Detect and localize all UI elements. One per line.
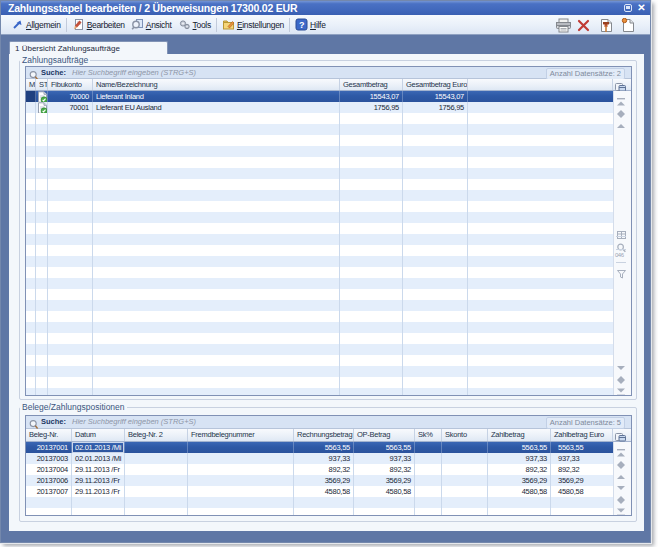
next-row-icon[interactable] [616, 359, 627, 369]
table-row[interactable]: 2013700629.11.2013 /Fr3569,293569,293569… [26, 475, 613, 486]
column-line [47, 113, 48, 395]
column-header[interactable]: Skonto [442, 429, 488, 441]
column-header[interactable]: Fibukonto [48, 79, 93, 90]
column-header[interactable]: Sk% [415, 429, 442, 441]
table-cell [415, 475, 442, 486]
first-row-icon[interactable] [616, 93, 627, 103]
new-document-icon[interactable] [621, 18, 637, 33]
content-panel: Zahlungsaufträge Suche:Hier Suchbegriff … [9, 54, 644, 531]
edit-page-icon [72, 18, 85, 31]
page-up-icon[interactable] [616, 105, 627, 115]
last-row-icon[interactable] [616, 503, 627, 513]
table-cell: 937,33 [488, 453, 551, 464]
record-counter-icon[interactable]: 046 [615, 252, 624, 258]
strip-divider [616, 236, 626, 237]
table-cell: 4580,58 [551, 486, 613, 497]
table-cell: 937,33 [551, 453, 613, 464]
search-bar: Suche:Hier Suchbegriff eingeben (STRG+S)… [26, 67, 631, 79]
print-icon[interactable] [555, 18, 571, 33]
table-cell: Lieferant EU Ausland [93, 102, 340, 113]
strip-divider [616, 262, 626, 263]
workspace: 1 Übersicht Zahlungsaufträge Zahlungsauf… [2, 35, 651, 543]
table-cell: 29.11.2013 /Fr [72, 475, 125, 486]
column-header[interactable]: Name/Bezeichnung [93, 79, 340, 90]
page-up-icon[interactable] [616, 456, 627, 466]
column-header[interactable]: M [26, 79, 36, 90]
next-row-icon[interactable] [616, 479, 627, 489]
grid-belege-zahlungspositionen: Suche:Hier Suchbegriff eingeben (STRG+S)… [25, 415, 632, 516]
prev-row-icon[interactable] [616, 117, 627, 127]
table-cell: 1756,95 [403, 102, 468, 113]
table-row[interactable]: 2013700102.01.2013 /Mi5563,555563,555563… [26, 442, 613, 453]
column-header-row: Beleg-Nr.DatumBeleg-Nr. 2Fremdbelegnumme… [26, 429, 631, 442]
view-magnifier-icon [131, 18, 144, 31]
page-down-icon[interactable] [616, 371, 627, 381]
restore-icon[interactable] [623, 3, 634, 14]
table-cell [415, 464, 442, 475]
grid-nav-strip: 046 [613, 91, 631, 395]
grid-view-icon[interactable] [616, 226, 627, 236]
column-header[interactable]: ST [36, 79, 48, 90]
titlebar: Zahlungsstapel bearbeiten / 2 Überweisun… [1, 1, 650, 15]
delete-icon[interactable] [577, 18, 593, 33]
column-header[interactable]: Beleg-Nr. [26, 429, 72, 441]
column-chooser-icon[interactable] [614, 79, 628, 91]
search-input[interactable]: Hier Suchbegriff eingeben (STRG+S) [72, 416, 196, 428]
menu-item-allgemein[interactable]: Allgemein [8, 16, 64, 33]
table-row[interactable]: 70001Lieferant EU Ausland1756,951756,95 [26, 102, 613, 113]
last-row-icon[interactable] [616, 383, 627, 393]
table-cell: 29.11.2013 /Fr [72, 486, 125, 497]
menu-item-ansicht[interactable]: Ansicht [128, 16, 175, 33]
magnifier-icon [28, 416, 39, 427]
first-row-icon[interactable] [616, 444, 627, 454]
table-cell [125, 464, 188, 475]
menu-item-tools[interactable]: Tools [175, 16, 214, 33]
settings-folder-icon [222, 18, 235, 31]
column-line [353, 497, 354, 515]
table-cell: 5563,55 [551, 442, 613, 453]
menu-item-hilfe[interactable]: ? Hilfe [292, 16, 329, 33]
grid-nav-strip [613, 442, 631, 515]
table-cell: 1756,95 [340, 102, 403, 113]
table-cell: 4580,58 [488, 486, 551, 497]
column-header[interactable]: Beleg-Nr. 2 [125, 429, 188, 441]
page-down-icon[interactable] [616, 491, 627, 501]
menu-item-bearbeiten[interactable]: Bearbeiten [69, 16, 128, 33]
column-line [467, 113, 468, 395]
table-cell: 4580,58 [294, 486, 354, 497]
magnifier-icon [28, 67, 39, 78]
table-row[interactable]: 70000Lieferant Inland15543,0715543,07 [26, 91, 613, 102]
column-header[interactable]: Gesamtbetrag [340, 79, 403, 90]
column-header[interactable]: Rechnungsbetrag [294, 429, 354, 441]
close-icon[interactable]: ✕ [636, 3, 647, 14]
table-cell: 70000 [48, 91, 93, 102]
column-header[interactable]: Fremdbelegnummer [188, 429, 294, 441]
column-header[interactable]: Zahlbetrag [488, 429, 551, 441]
prev-row-icon[interactable] [616, 468, 627, 478]
column-line [339, 113, 340, 395]
filter-icon[interactable] [616, 265, 627, 275]
table-row[interactable]: 2013700429.11.2013 /Fr892,32892,32892,32… [26, 464, 613, 475]
search-input[interactable]: Hier Suchbegriff eingeben (STRG+S) [72, 67, 196, 79]
document-checked-icon [36, 102, 48, 113]
column-header[interactable]: OP-Betrag [354, 429, 415, 441]
column-header[interactable]: Gesamtbetrag Euro [403, 79, 468, 90]
menu-item-einstellungen[interactable]: Einstellungen [219, 16, 287, 33]
table-row[interactable]: 2013700302.01.2013 /Mi937,33937,33937,33… [26, 453, 613, 464]
column-header-filler [468, 79, 613, 90]
column-header[interactable]: Zahlbetrag Euro [551, 429, 613, 441]
table-cell [125, 475, 188, 486]
table-cell: 20137006 [26, 475, 72, 486]
table-cell-filler [468, 91, 613, 102]
column-header[interactable]: Datum [72, 429, 125, 441]
grid-zahlungsauftraege: Suche:Hier Suchbegriff eingeben (STRG+S)… [25, 66, 632, 396]
tab-uebersicht-zahlungsauftraege[interactable]: 1 Übersicht Zahlungsaufträge [9, 41, 168, 55]
table-cell [188, 442, 294, 453]
table-cell: 02.01.2013 /Mi [72, 442, 125, 453]
table-row[interactable]: 2013700729.11.2013 /Fr4580,584580,584580… [26, 486, 613, 497]
post-document-icon[interactable] [599, 18, 615, 33]
table-cell: 937,33 [354, 453, 415, 464]
zoom-icon[interactable] [616, 239, 627, 249]
column-chooser-icon[interactable] [614, 429, 628, 441]
table-cell [125, 442, 188, 453]
